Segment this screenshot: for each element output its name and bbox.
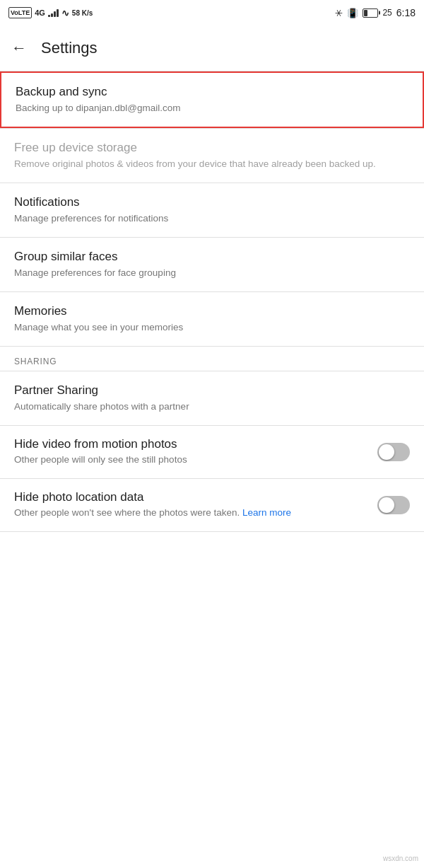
backup-sync-item[interactable]: Backup and sync Backing up to dipanjan.d… [0, 71, 424, 128]
free-up-storage-title: Free up device storage [14, 140, 410, 156]
page-title: Settings [41, 39, 98, 57]
hide-video-subtitle: Other people will only see the still pho… [14, 453, 366, 467]
bluetooth-icon: ⚹ [335, 7, 343, 18]
divider-9 [0, 531, 424, 532]
partner-sharing-item[interactable]: Partner Sharing Automatically share phot… [0, 371, 424, 425]
time-display: 6:18 [396, 7, 416, 18]
group-faces-item[interactable]: Group similar faces Manage preferences f… [0, 238, 424, 291]
hide-video-title: Hide video from motion photos [14, 437, 366, 451]
signal-4g: 4G [35, 8, 45, 17]
battery-tip [379, 11, 380, 15]
battery-icon [363, 8, 378, 18]
network-speed: 58 K/s [72, 9, 93, 17]
memories-item[interactable]: Memories Manage what you see in your mem… [0, 292, 424, 346]
wifi-icon: ∿ [61, 8, 69, 18]
partner-sharing-title: Partner Sharing [14, 383, 410, 398]
status-bar: VoLTE 4G ∿ 58 K/s ⚹ 📳 25 6:18 [0, 0, 424, 25]
hide-video-text: Hide video from motion photos Other peop… [14, 437, 366, 467]
hide-location-item[interactable]: Hide photo location data Other people wo… [0, 479, 424, 531]
free-up-storage-subtitle: Remove original photos & videos from you… [14, 158, 410, 171]
group-faces-title: Group similar faces [14, 249, 410, 265]
memories-subtitle: Manage what you see in your memories [14, 321, 410, 335]
back-button[interactable]: ← [11, 39, 27, 57]
app-bar: ← Settings [0, 25, 424, 71]
watermark: wsxdn.com [383, 855, 418, 862]
signal-bars-icon [48, 8, 59, 17]
hide-video-toggle[interactable] [377, 443, 410, 461]
backup-sync-title: Backup and sync [16, 84, 408, 100]
free-up-storage-item: Free up device storage Remove original p… [0, 129, 424, 183]
memories-title: Memories [14, 303, 410, 319]
status-right: ⚹ 📳 25 6:18 [335, 7, 416, 18]
notifications-item[interactable]: Notifications Manage preferences for not… [0, 183, 424, 237]
hide-location-text: Hide photo location data Other people wo… [14, 490, 366, 520]
volte-indicator: VoLTE [8, 7, 32, 18]
hide-location-title: Hide photo location data [14, 490, 366, 504]
battery-percent: 25 [382, 8, 391, 18]
hide-location-subtitle-plain: Other people won't see where the photos … [14, 507, 240, 518]
partner-sharing-subtitle: Automatically share photos with a partne… [14, 400, 410, 414]
vibrate-icon: 📳 [347, 8, 358, 18]
hide-location-toggle[interactable] [377, 496, 410, 514]
group-faces-subtitle: Manage preferences for face grouping [14, 267, 410, 280]
learn-more-link[interactable]: Learn more [242, 507, 291, 518]
toggle-thumb [379, 444, 394, 460]
notifications-subtitle: Manage preferences for notifications [14, 212, 410, 226]
sharing-section-label: SHARING [0, 347, 424, 371]
backup-sync-subtitle: Backing up to dipanjan.dbl@gmail.com [16, 102, 408, 115]
status-left: VoLTE 4G ∿ 58 K/s [8, 7, 93, 18]
hide-location-subtitle: Other people won't see where the photos … [14, 507, 366, 520]
hide-video-item[interactable]: Hide video from motion photos Other peop… [0, 426, 424, 478]
battery-fill [364, 10, 367, 16]
notifications-title: Notifications [14, 195, 410, 210]
toggle-thumb-2 [379, 497, 394, 513]
